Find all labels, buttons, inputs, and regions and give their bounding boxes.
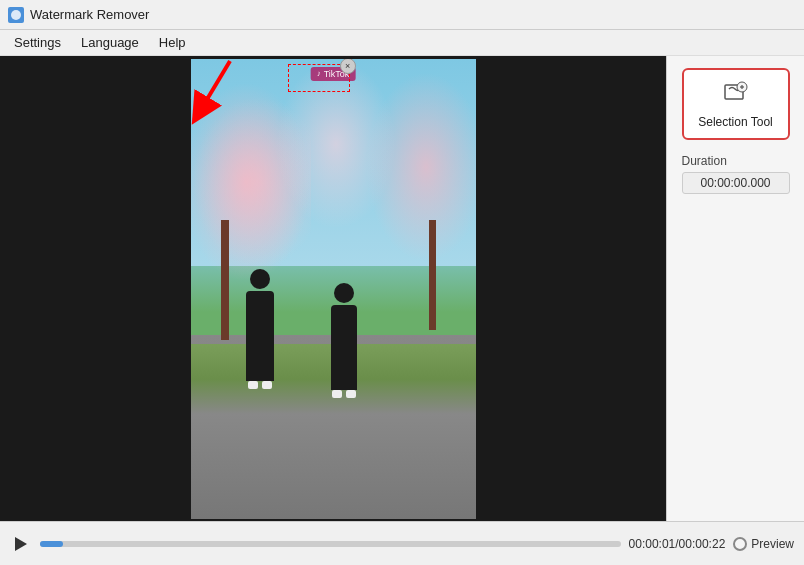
progress-bar[interactable] [40, 541, 621, 547]
video-area: ♪ TikTok [0, 56, 666, 521]
title-bar: Watermark Remover [0, 0, 804, 30]
trunk2 [429, 220, 436, 330]
play-icon [15, 537, 27, 551]
selection-tool-icon [722, 79, 750, 111]
person1-head [250, 269, 270, 289]
person1-shoe-left [248, 381, 258, 389]
duration-label: Duration [682, 154, 790, 168]
selection-tool-label: Selection Tool [698, 115, 773, 129]
menu-settings[interactable]: Settings [6, 33, 69, 52]
time-display: 00:00:01/00:00:22 [629, 537, 726, 551]
menu-bar: Settings Language Help [0, 30, 804, 56]
right-panel: Selection Tool Duration 00:00:00.000 [666, 56, 804, 521]
trunk1 [221, 220, 229, 340]
duration-value: 00:00:00.000 [682, 172, 790, 194]
person2-body [331, 305, 357, 390]
duration-section: Duration 00:00:00.000 [682, 154, 790, 194]
progress-fill [40, 541, 63, 547]
playback-bar: 00:00:01/00:00:22 Preview [0, 521, 804, 565]
preview-label: Preview [751, 537, 794, 551]
menu-help[interactable]: Help [151, 33, 194, 52]
person1-shoe-right [262, 381, 272, 389]
preview-circle-icon [733, 537, 747, 551]
menu-language[interactable]: Language [73, 33, 147, 52]
selection-tool-button[interactable]: Selection Tool [682, 68, 790, 140]
person2-head [334, 283, 354, 303]
video-content [191, 59, 476, 519]
app-title: Watermark Remover [30, 7, 149, 22]
selection-box[interactable] [288, 64, 350, 92]
play-button[interactable] [10, 533, 32, 555]
person2-shoe-right [346, 390, 356, 398]
main-area: ♪ TikTok [0, 56, 804, 521]
app-icon [8, 7, 24, 23]
svg-point-0 [11, 10, 21, 20]
preview-button[interactable]: Preview [733, 537, 794, 551]
video-frame: ♪ TikTok [191, 59, 476, 519]
person1-body [246, 291, 274, 381]
person2-shoe-left [332, 390, 342, 398]
